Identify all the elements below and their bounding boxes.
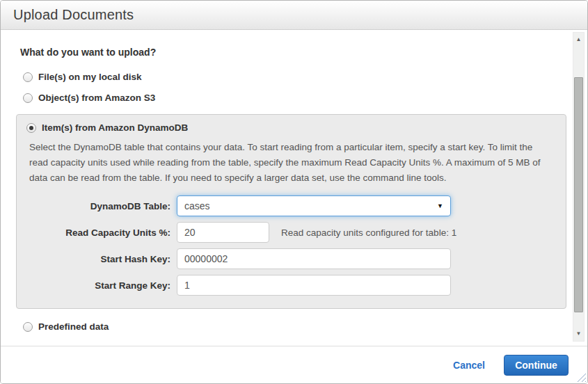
option-dynamodb[interactable]: Item(s) from Amazon DynamoDB xyxy=(26,122,553,133)
radio-local-disk[interactable] xyxy=(23,72,33,82)
radio-dynamodb[interactable] xyxy=(26,123,36,133)
radio-amazon-s3[interactable] xyxy=(23,93,33,103)
option-local-disk-label: File(s) on my local disk xyxy=(38,72,142,82)
dialog-title: Upload Documents xyxy=(13,7,134,23)
table-label: DynamoDB Table: xyxy=(25,201,177,211)
start-hash-key-label: Start Hash Key: xyxy=(25,254,177,264)
scrollbar-thumb[interactable] xyxy=(574,77,583,312)
chevron-down-icon: ▼ xyxy=(437,202,443,209)
continue-button[interactable]: Continue xyxy=(504,355,569,376)
form-row-table: DynamoDB Table: cases ▼ xyxy=(25,195,553,216)
dynamodb-panel: Item(s) from Amazon DynamoDB Select the … xyxy=(16,114,566,309)
option-predefined-data[interactable]: Predefined data xyxy=(23,321,566,332)
question-text: What do you want to upload? xyxy=(20,47,566,58)
option-local-disk[interactable]: File(s) on my local disk xyxy=(23,72,566,82)
start-range-key-label: Start Range Key: xyxy=(25,280,177,291)
cancel-button[interactable]: Cancel xyxy=(453,360,485,371)
dialog-footer: Cancel Continue xyxy=(1,346,587,383)
form-row-read-capacity: Read Capacity Units %: Read capacity uni… xyxy=(25,222,553,243)
option-amazon-s3-label: Object(s) from Amazon S3 xyxy=(38,93,155,103)
dynamodb-description: Select the DynamoDB table that contains … xyxy=(29,140,550,186)
read-capacity-input[interactable] xyxy=(177,222,269,243)
dialog-body: What do you want to upload? File(s) on m… xyxy=(1,30,587,346)
read-capacity-label: Read Capacity Units %: xyxy=(25,227,177,238)
upload-documents-dialog: Upload Documents What do you want to upl… xyxy=(0,0,588,384)
form-row-start-range-key: Start Range Key: xyxy=(25,275,553,296)
start-range-key-input[interactable] xyxy=(177,275,451,296)
table-select-value: cases xyxy=(184,200,210,211)
option-dynamodb-label: Item(s) from Amazon DynamoDB xyxy=(42,122,188,133)
scrollbar-down-icon[interactable]: ▼ xyxy=(573,330,584,337)
dynamodb-table-select[interactable]: cases ▼ xyxy=(177,195,451,216)
dialog-header: Upload Documents xyxy=(1,1,587,30)
start-hash-key-input[interactable] xyxy=(177,248,451,269)
scrollbar-up-icon[interactable]: ▲ xyxy=(573,36,584,43)
option-amazon-s3[interactable]: Object(s) from Amazon S3 xyxy=(23,93,566,103)
vertical-scrollbar[interactable]: ▲ ▼ xyxy=(573,32,585,342)
form-row-start-hash-key: Start Hash Key: xyxy=(25,248,553,269)
read-capacity-hint: Read capacity units configured for table… xyxy=(281,227,456,238)
dialog-content: What do you want to upload? File(s) on m… xyxy=(1,30,587,332)
radio-predefined-data[interactable] xyxy=(23,322,33,332)
option-predefined-data-label: Predefined data xyxy=(38,321,109,332)
